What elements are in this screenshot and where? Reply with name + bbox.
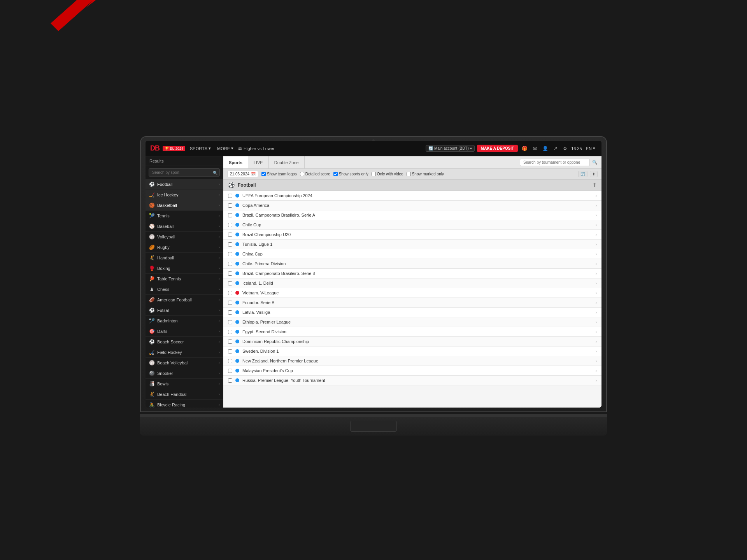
eu-badge[interactable]: 🏆 EU 2024 [163, 146, 185, 151]
more-nav-item[interactable]: MORE ▾ [216, 145, 235, 152]
mail-icon[interactable]: ✉ [531, 145, 538, 152]
tournament-expand-icon[interactable]: › [596, 252, 597, 256]
tournament-expand-icon[interactable]: › [596, 330, 597, 334]
sidebar-sport-item[interactable]: ♟ Chess › [146, 284, 223, 295]
logout-icon[interactable]: ↗ [552, 145, 559, 152]
tournament-expand-icon[interactable]: › [596, 359, 597, 363]
sidebar-sport-item[interactable]: 🚴 Bicycle Racing › [146, 400, 223, 408]
sidebar-sport-item[interactable]: 🏓 Table Tennis › [146, 274, 223, 284]
tournament-row[interactable]: Ethiopia. Premier League › [223, 317, 601, 327]
sidebar-sport-item[interactable]: ⚽ Football › [146, 179, 223, 190]
filter-checkbox-item[interactable]: Only with video [372, 172, 403, 176]
tournament-checkbox[interactable] [228, 233, 232, 237]
tournament-checkbox[interactable] [228, 203, 232, 208]
sports-nav-item[interactable]: SPORTS ▾ [188, 145, 212, 152]
sidebar-sport-item[interactable]: 🏐 Beach Volleyball › [146, 358, 223, 368]
tournament-row[interactable]: Malaysian President's Cup › [223, 366, 601, 376]
filter-checkbox[interactable] [261, 172, 266, 176]
tournament-expand-icon[interactable]: › [596, 281, 597, 285]
tournament-checkbox[interactable] [228, 252, 232, 256]
tournament-checkbox[interactable] [228, 301, 232, 305]
sidebar-sport-item[interactable]: 🎯 Darts › [146, 326, 223, 337]
tournament-row[interactable]: New Zealand. Northern Premier League › [223, 356, 601, 366]
tournament-expand-icon[interactable]: › [596, 242, 597, 247]
tournament-row[interactable]: Brazil. Campeonato Brasileiro. Serie B › [223, 269, 601, 278]
subnav-tab[interactable]: LIVE [248, 156, 269, 168]
tournament-expand-icon[interactable]: › [596, 233, 597, 237]
tournament-checkbox[interactable] [228, 330, 232, 334]
date-picker[interactable]: 21.06.2024 📅 [227, 171, 258, 177]
tournament-row[interactable]: Vietnam. V-League › [223, 288, 601, 298]
filter-checkbox[interactable] [372, 172, 376, 176]
tournament-checkbox[interactable] [228, 349, 232, 354]
tournament-row[interactable]: Iceland. 1. Deild › [223, 278, 601, 288]
filter-checkbox[interactable] [333, 172, 338, 176]
tournament-expand-icon[interactable]: › [596, 310, 597, 315]
tournament-checkbox[interactable] [228, 223, 232, 227]
user-icon[interactable]: 👤 [541, 145, 550, 152]
tournament-expand-icon[interactable]: › [596, 369, 597, 373]
filter-checkbox-item[interactable]: Show team logos [261, 172, 297, 176]
tournament-row[interactable]: Chile Cup › [223, 220, 601, 230]
tournament-expand-icon[interactable]: › [596, 213, 597, 217]
deposit-button[interactable]: MAKE A DEPOSIT [477, 145, 518, 152]
tournament-expand-icon[interactable]: › [596, 349, 597, 354]
filter-checkbox[interactable] [407, 172, 411, 176]
tournament-row[interactable]: Sweden. Division 1 › [223, 346, 601, 356]
collapse-all-button[interactable]: ⬆ [590, 171, 598, 177]
filter-checkbox-item[interactable]: Show marked only [407, 172, 444, 176]
tournament-checkbox[interactable] [228, 291, 232, 295]
filter-checkbox-item[interactable]: Detailed score [300, 172, 330, 176]
tournament-row[interactable]: Brazil. Campeonato Brasileiro. Serie A › [223, 210, 601, 220]
sidebar-sport-item[interactable]: 🎾 Tennis › [146, 211, 223, 221]
sidebar-sport-item[interactable]: 🥊 Boxing › [146, 263, 223, 274]
site-logo[interactable]: DB [150, 144, 160, 152]
tournament-expand-icon[interactable]: › [596, 203, 597, 208]
tournament-row[interactable]: Russia. Premier League. Youth Tournament… [223, 376, 601, 385]
subnav-tab[interactable]: Double Zone [269, 156, 305, 168]
sidebar-sport-item[interactable]: 🎳 Bowls › [146, 379, 223, 389]
sidebar-sport-item[interactable]: 🏒 Ice Hockey › [146, 190, 223, 200]
sidebar-sport-item[interactable]: 🎱 Snooker › [146, 368, 223, 379]
filter-checkbox-item[interactable]: Show sports only [333, 172, 368, 176]
tournament-row[interactable]: China Cup › [223, 249, 601, 259]
sidebar-sport-item[interactable]: 🏀 Basketball › [146, 200, 223, 211]
tournament-expand-icon[interactable]: › [596, 340, 597, 344]
sidebar-sport-item[interactable]: 🤾 Beach Handball › [146, 389, 223, 400]
tournament-checkbox[interactable] [228, 213, 232, 217]
sidebar-sport-item[interactable]: ⚽ Beach Soccer › [146, 337, 223, 347]
tournament-checkbox[interactable] [228, 281, 232, 285]
sidebar-sport-item[interactable]: ⚽ Futsal › [146, 305, 223, 316]
sport-search-input[interactable] [149, 168, 220, 177]
sidebar-sport-item[interactable]: 🏑 Field Hockey › [146, 347, 223, 358]
tournament-search-icon[interactable]: 🔍 [592, 160, 598, 165]
tournament-row[interactable]: Brazil Championship U20 › [223, 230, 601, 240]
sidebar-sport-item[interactable]: ⚾ Baseball › [146, 221, 223, 232]
subnav-tab[interactable]: Sports [223, 156, 248, 168]
sidebar-sport-item[interactable]: 🏸 Badminton › [146, 316, 223, 326]
tournament-expand-icon[interactable]: › [596, 223, 597, 227]
tournament-expand-icon[interactable]: › [596, 291, 597, 295]
tournament-checkbox[interactable] [228, 194, 232, 198]
tournament-row[interactable]: UEFA European Championship 2024 › [223, 191, 601, 201]
tournament-checkbox[interactable] [228, 310, 232, 315]
sidebar-sport-item[interactable]: 🏈 American Football › [146, 295, 223, 305]
tournament-checkbox[interactable] [228, 369, 232, 373]
tournament-row[interactable]: Tunisia. Ligue 1 › [223, 240, 601, 249]
tournament-checkbox[interactable] [228, 262, 232, 266]
tournament-row[interactable]: Egypt. Second Division › [223, 327, 601, 337]
tournament-expand-icon[interactable]: › [596, 262, 597, 266]
tournament-checkbox[interactable] [228, 320, 232, 324]
tournament-expand-icon[interactable]: › [596, 320, 597, 324]
tournament-checkbox[interactable] [228, 359, 232, 363]
tournament-checkbox[interactable] [228, 271, 232, 276]
gift-icon[interactable]: 🎁 [520, 145, 529, 152]
tournament-row[interactable]: Copa America › [223, 201, 601, 210]
tournament-expand-icon[interactable]: › [596, 194, 597, 198]
language-selector[interactable]: EN ▾ [584, 145, 597, 152]
tournament-row[interactable]: Chile. Primera Division › [223, 259, 601, 269]
tournament-search-input[interactable] [520, 159, 590, 166]
settings-icon[interactable]: ⚙ [561, 145, 569, 152]
laptop-trackpad[interactable] [350, 421, 397, 432]
section-collapse-button[interactable]: ⬆ [592, 182, 597, 188]
